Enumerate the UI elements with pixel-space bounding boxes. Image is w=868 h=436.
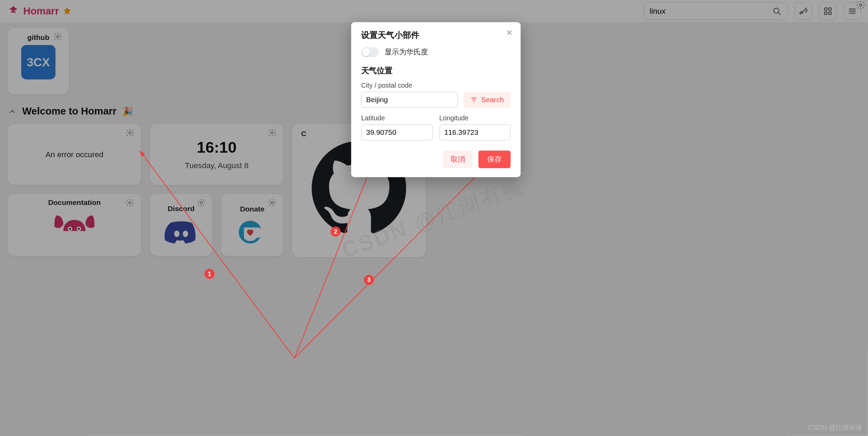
filter-icon bbox=[470, 96, 478, 104]
annotation-badge-1: 1 bbox=[204, 269, 214, 279]
error-text: An error occured bbox=[45, 150, 103, 159]
svg-point-21 bbox=[78, 228, 80, 230]
longitude-input[interactable] bbox=[439, 124, 511, 141]
svg-point-20 bbox=[69, 228, 71, 230]
header-right bbox=[643, 2, 861, 20]
svg-point-23 bbox=[200, 201, 202, 204]
latitude-label: Latitude bbox=[361, 115, 433, 122]
chevron-down-icon[interactable] bbox=[8, 107, 17, 116]
star-icon bbox=[62, 6, 72, 16]
location-section-title: 天气位置 bbox=[361, 66, 511, 76]
app-tile-documentation[interactable]: Documentation bbox=[8, 194, 141, 256]
homarr-logo-icon bbox=[7, 4, 20, 18]
svg-rect-6 bbox=[829, 8, 831, 10]
svg-point-24 bbox=[174, 230, 180, 237]
tile-label: Donate bbox=[240, 205, 265, 213]
close-icon[interactable]: ✕ bbox=[506, 29, 513, 37]
svg-point-2 bbox=[774, 8, 779, 13]
tile-label: Documentation bbox=[48, 198, 101, 207]
app-tile-donate[interactable]: Donate bbox=[221, 194, 283, 256]
svg-line-3 bbox=[779, 13, 781, 15]
tile-label: Discord bbox=[168, 204, 194, 212]
svg-point-0 bbox=[11, 10, 12, 11]
gear-icon[interactable] bbox=[126, 198, 137, 209]
kofi-icon bbox=[237, 219, 268, 246]
svg-point-25 bbox=[183, 230, 188, 237]
clock-date: Tuesday, August 8 bbox=[185, 161, 248, 170]
gear-icon[interactable] bbox=[197, 198, 208, 209]
global-search-box[interactable] bbox=[643, 2, 788, 20]
latitude-input[interactable] bbox=[361, 124, 433, 141]
svg-text:3CX: 3CX bbox=[27, 56, 50, 69]
search-icon[interactable] bbox=[772, 6, 782, 16]
annotation-badge-2: 2 bbox=[331, 227, 341, 237]
city-field-label: City / postal code bbox=[361, 81, 458, 89]
header-bar: Homarr bbox=[0, 0, 868, 22]
section-title: Welcome to Homarr bbox=[22, 106, 117, 117]
global-search-input[interactable] bbox=[650, 7, 772, 15]
fahrenheit-toggle[interactable] bbox=[361, 47, 379, 57]
annotation-badge-3: 3 bbox=[364, 275, 374, 285]
watermark-corner: CSDN @江湖有缘 bbox=[808, 423, 862, 433]
search-button-label: Search bbox=[481, 96, 504, 104]
gear-icon[interactable] bbox=[53, 32, 64, 43]
city-search-button[interactable]: Search bbox=[463, 91, 511, 108]
discord-icon bbox=[164, 218, 198, 246]
fahrenheit-label: 显示为华氏度 bbox=[385, 47, 428, 57]
svg-rect-5 bbox=[825, 8, 827, 10]
svg-point-22 bbox=[271, 132, 273, 134]
svg-point-16 bbox=[129, 132, 131, 134]
edit-mode-button[interactable] bbox=[794, 2, 812, 20]
apps-grid-button[interactable] bbox=[819, 2, 837, 20]
modal-title: 设置天气小部件 bbox=[361, 30, 511, 41]
svg-point-26 bbox=[271, 201, 273, 204]
header-left: Homarr bbox=[7, 4, 72, 18]
save-button[interactable]: 保存 bbox=[479, 151, 511, 168]
party-popper-icon: 🎉 bbox=[122, 106, 133, 117]
tile-label: github bbox=[27, 33, 49, 42]
clock-time: 16:10 bbox=[197, 139, 237, 157]
svg-point-17 bbox=[129, 201, 131, 204]
gear-icon[interactable] bbox=[126, 128, 137, 139]
app-tile-github[interactable]: github 3CX bbox=[8, 28, 69, 95]
svg-line-4 bbox=[800, 8, 807, 14]
gear-icon[interactable] bbox=[268, 128, 279, 139]
svg-point-12 bbox=[57, 35, 59, 37]
brand-title: Homarr bbox=[23, 5, 59, 17]
svg-rect-8 bbox=[829, 12, 831, 14]
weather-settings-modal: ✕ 设置天气小部件 显示为华氏度 天气位置 City / postal code… bbox=[351, 22, 521, 177]
svg-rect-7 bbox=[825, 12, 827, 14]
svg-point-1 bbox=[14, 10, 16, 11]
app-tile-discord[interactable]: Discord bbox=[150, 194, 212, 256]
tile-label: C bbox=[301, 129, 306, 138]
clock-widget[interactable]: 16:10 Tuesday, August 8 bbox=[150, 124, 283, 185]
cancel-button[interactable]: 取消 bbox=[443, 151, 473, 168]
longitude-label: Longitude bbox=[439, 115, 511, 122]
svg-point-15 bbox=[859, 4, 862, 6]
gear-icon[interactable] bbox=[268, 198, 279, 209]
city-input[interactable] bbox=[361, 91, 458, 108]
threecx-icon: 3CX bbox=[21, 45, 55, 79]
gear-icon[interactable] bbox=[856, 0, 866, 10]
homarr-crab-icon bbox=[52, 210, 97, 243]
weather-widget-error[interactable]: An error occured bbox=[8, 124, 141, 185]
